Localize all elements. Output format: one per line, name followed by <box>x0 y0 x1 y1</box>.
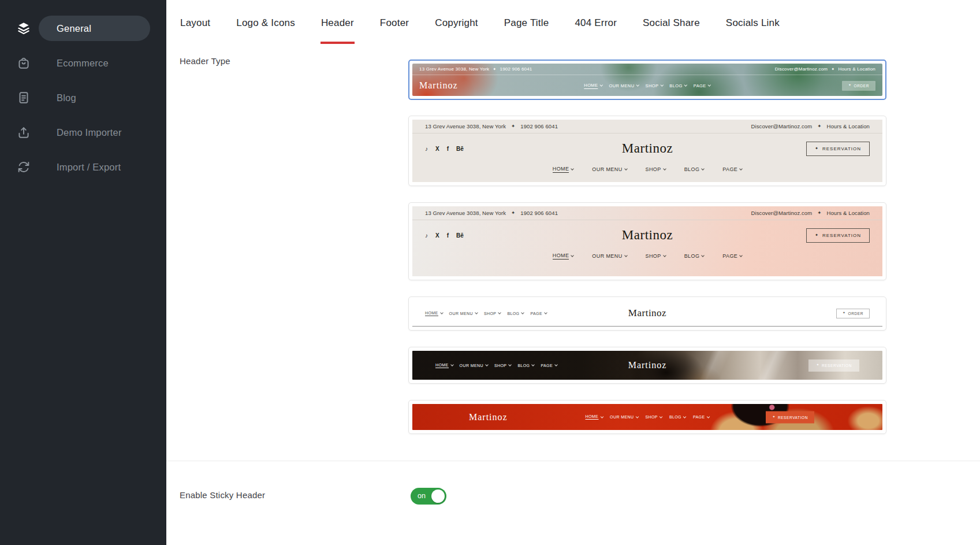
tab-page-title[interactable]: Page Title <box>504 0 550 44</box>
shopping-bag-icon <box>16 55 31 71</box>
header-style-option-6[interactable]: Martinoz HOME OUR MENU SHOP BLOG PAGE ✦R… <box>408 400 886 434</box>
nav-item-home: HOME <box>586 414 603 420</box>
facebook-icon: f <box>447 232 449 239</box>
email-text: Discover@Martinoz.com <box>751 210 813 216</box>
nav-item-page: PAGE <box>694 83 711 88</box>
diamond-icon: ✦ <box>817 124 821 129</box>
toggle-state-label: on <box>418 492 426 500</box>
theme-options-app: General Ecommerce Blog Demo Importer Imp… <box>0 0 980 545</box>
sidebar-item-general[interactable]: General <box>0 16 166 41</box>
sidebar-item-label: Import / Export <box>57 162 121 173</box>
chevron-down-icon <box>509 363 512 366</box>
header-preview-dark-photo: HOME OUR MENU SHOP BLOG PAGE Martinoz ✦R… <box>412 351 882 380</box>
order-button: ✦ORDER <box>842 81 875 91</box>
nav-item-home: HOME <box>584 83 602 89</box>
header-preview-classic-rose: 13 Grev Avenue 3038, New York ✦ 1902 906… <box>412 206 882 276</box>
chevron-down-icon <box>663 167 666 170</box>
nav-item-shop: SHOP <box>646 253 666 259</box>
nav-item-home: HOME <box>425 311 443 316</box>
preview-topbar: 13 Grev Avenue 3038, New York ✦ 1902 906… <box>412 206 882 220</box>
martinoz-logo: Martinoz <box>622 228 673 243</box>
chevron-down-icon <box>600 83 603 87</box>
chevron-down-icon <box>683 415 687 418</box>
address-text: 13 Grev Avenue 3038, New York <box>419 66 489 72</box>
martinoz-logo: Martinoz <box>622 141 673 156</box>
chevron-down-icon <box>571 254 575 257</box>
nav-item-home: HOME <box>553 253 574 259</box>
martinoz-logo: Martinoz <box>469 412 508 422</box>
preview-main-row: ♪ X f Bē Martinoz ✦RESERVATION <box>412 134 882 164</box>
tab-logo-icons[interactable]: Logo & Icons <box>236 0 296 44</box>
tab-header[interactable]: Header <box>321 0 355 44</box>
nav-item-home: HOME <box>435 363 453 368</box>
tab-bar: Layout Logo & Icons Header Footer Copyri… <box>166 0 980 44</box>
tab-footer[interactable]: Footer <box>379 0 409 44</box>
sticky-header-toggle[interactable]: on <box>411 488 446 505</box>
header-style-option-1[interactable]: 13 Grev Avenue 3038, New York ✦ 1902 906… <box>408 60 886 100</box>
tab-social-share[interactable]: Social Share <box>642 0 700 44</box>
diamond-icon: ✦ <box>848 84 852 87</box>
tab-layout[interactable]: Layout <box>180 0 211 44</box>
section-divider <box>166 461 980 461</box>
tiktok-icon: ♪ <box>425 146 428 152</box>
nav-item-shop: SHOP <box>645 415 662 419</box>
hours-text: Hours & Location <box>827 123 870 129</box>
social-icons: ♪ X f Bē <box>425 146 464 152</box>
phone-text: 1902 906 6041 <box>500 66 532 72</box>
nav-item-shop: SHOP <box>646 166 666 172</box>
tab-socials-link[interactable]: Socials Link <box>725 0 780 44</box>
tiktok-icon: ♪ <box>425 232 428 239</box>
nav-item-blog: BLOG <box>669 415 686 419</box>
topbar-left: 13 Grev Avenue 3038, New York ✦ 1902 906… <box>425 123 558 129</box>
tab-404-error[interactable]: 404 Error <box>574 0 617 44</box>
email-text: Discover@Martinoz.com <box>775 66 828 72</box>
topbar-right: Discover@Martinoz.com ✦ Hours & Location <box>775 66 875 72</box>
header-style-option-5[interactable]: HOME OUR MENU SHOP BLOG PAGE Martinoz ✦R… <box>408 347 886 384</box>
header-preview-red: Martinoz HOME OUR MENU SHOP BLOG PAGE ✦R… <box>412 404 882 430</box>
diamond-icon: ✦ <box>815 233 819 237</box>
nav-item-our-menu: OUR MENU <box>460 364 488 368</box>
martinoz-logo: Martinoz <box>419 80 458 91</box>
nav-item-page: PAGE <box>541 364 557 368</box>
chevron-down-icon <box>600 415 603 418</box>
sidebar-item-ecommerce[interactable]: Ecommerce <box>0 50 166 76</box>
header-style-option-2[interactable]: 13 Grev Avenue 3038, New York ✦ 1902 906… <box>408 116 886 186</box>
nav-item-blog: BLOG <box>684 166 705 172</box>
chevron-down-icon <box>440 311 444 314</box>
preview-nav: HOME OUR MENU SHOP BLOG PAGE <box>412 164 882 175</box>
nav-item-our-menu: OUR MENU <box>609 83 639 88</box>
preview-main-row: Martinoz HOME OUR MENU SHOP BLOG PAGE ✦O… <box>412 75 882 96</box>
header-preview-slim-light: HOME OUR MENU SHOP BLOG PAGE Martinoz ✦O… <box>412 301 882 327</box>
preview-nav: HOME OUR MENU SHOP BLOG PAGE <box>584 83 710 89</box>
sidebar-item-demo-importer[interactable]: Demo Importer <box>0 120 166 145</box>
chevron-down-icon <box>532 363 535 366</box>
header-style-option-4[interactable]: HOME OUR MENU SHOP BLOG PAGE Martinoz ✦O… <box>408 296 886 331</box>
sidebar-item-import-export[interactable]: Import / Export <box>0 154 166 180</box>
preview-main-row: ♪ X f Bē Martinoz ✦RESERVATION <box>412 220 882 250</box>
nav-item-our-menu: OUR MENU <box>610 415 638 419</box>
topbar-right: Discover@Martinoz.com ✦ Hours & Location <box>751 123 870 129</box>
chevron-down-icon <box>498 311 502 314</box>
diamond-icon: ✦ <box>843 312 846 315</box>
sidebar-item-blog[interactable]: Blog <box>0 85 166 110</box>
chevron-down-icon <box>521 311 525 314</box>
chevron-down-icon <box>544 311 547 314</box>
chevron-down-icon <box>636 415 639 418</box>
tab-copyright[interactable]: Copyright <box>434 0 479 44</box>
address-text: 13 Grev Avenue 3038, New York <box>425 123 506 129</box>
facebook-icon: f <box>447 146 449 152</box>
sidebar-item-label: Demo Importer <box>57 127 122 138</box>
chevron-down-icon <box>684 83 688 87</box>
toggle-knob <box>431 490 445 503</box>
martinoz-logo: Martinoz <box>628 360 667 370</box>
header-style-option-3[interactable]: 13 Grev Avenue 3038, New York ✦ 1902 906… <box>408 202 886 280</box>
nav-item-our-menu: OUR MENU <box>449 312 478 316</box>
nav-item-home: HOME <box>553 166 574 173</box>
hours-text: Hours & Location <box>838 66 875 72</box>
upload-icon <box>16 125 31 140</box>
nav-item-page: PAGE <box>722 166 742 172</box>
chevron-down-icon <box>663 254 666 257</box>
behance-icon: Bē <box>456 232 464 239</box>
chevron-down-icon <box>739 167 743 170</box>
chevron-down-icon <box>624 254 628 257</box>
